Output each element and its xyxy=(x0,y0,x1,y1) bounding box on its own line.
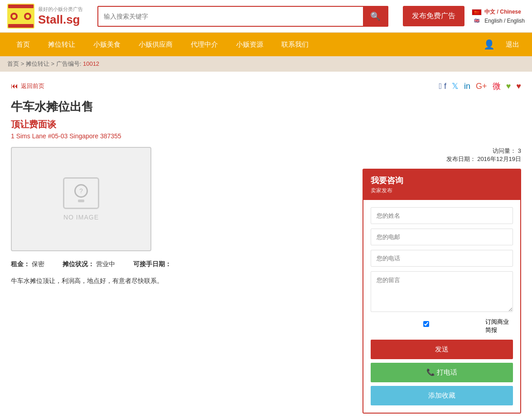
search-input[interactable] xyxy=(98,8,363,24)
message-input[interactable] xyxy=(371,271,513,312)
status-value: 营业中 xyxy=(96,260,115,268)
main-nav: 首页 摊位转让 小贩美食 小贩供应商 代理中介 小贩资源 联系我们 👤 退出 xyxy=(0,33,532,56)
search-area: 🔍 xyxy=(97,6,388,27)
rent-field: 租金： 保密 xyxy=(11,260,44,268)
back-link[interactable]: ⏮ 返回前页 xyxy=(11,82,44,90)
main-content: ⏮ 返回前页  f 𝕏 in G+ 微 ♥ ♥ 牛车水摊位出售 顶让费面谈 1… xyxy=(0,72,532,419)
phone-icon: 📞 xyxy=(426,368,437,376)
breadcrumb-ad-num: 10012 xyxy=(83,60,99,67)
email-input[interactable] xyxy=(371,229,513,245)
linkedin-icon[interactable]: in xyxy=(464,82,470,91)
breadcrumb: 首页 > 摊位转让 > 广告编号: 10012 xyxy=(0,56,532,72)
listing-description: 牛车水摊位顶让，利润高，地点好，有意者尽快联系。 xyxy=(11,276,353,286)
views-row: 访问量： 3 xyxy=(363,147,521,155)
svg-rect-1 xyxy=(8,5,34,8)
publish-row: 发布日期： 2016年12月19日 xyxy=(363,155,521,163)
listing-price: 顶让费面谈 xyxy=(11,118,521,131)
camera-frame: ? xyxy=(63,177,99,209)
inquiry-box: 我要咨询 卖家发布 订阅商业简报 发送 📞 打电话 xyxy=(363,169,521,414)
logo-icon xyxy=(7,4,34,29)
subscribe-row: 订阅商业简报 xyxy=(371,318,513,334)
language-selector: 🇨🇳 中文 / Chinese 🇬🇧 English / English xyxy=(472,8,525,24)
nav-stall-transfer[interactable]: 摊位转让 xyxy=(39,34,84,55)
svg-point-5 xyxy=(12,15,16,18)
rent-label: 租金： xyxy=(11,260,30,268)
inquiry-title: 我要咨询 xyxy=(371,175,513,186)
views-count: 3 xyxy=(518,147,521,154)
search-button[interactable]: 🔍 xyxy=(363,7,387,26)
no-image-label: NO IMAGE xyxy=(63,214,99,221)
side-stats: 访问量： 3 发布日期： 2016年12月19日 xyxy=(363,147,521,163)
nav-home[interactable]: 首页 xyxy=(7,34,39,55)
weibo-icon[interactable]: 微 xyxy=(493,81,501,92)
twitter-icon[interactable]: 𝕏 xyxy=(452,81,459,91)
nav-contact[interactable]: 联系我们 xyxy=(272,34,318,55)
meta-row: 租金： 保密 摊位状况： 营业中 可接手日期： xyxy=(11,260,353,268)
logo-tagline: 最好的小贩分类广告 xyxy=(38,6,83,13)
inquiry-subtitle: 卖家发布 xyxy=(371,187,513,195)
favorite-button[interactable]: 添加收藏 xyxy=(371,386,513,405)
logo-text: Stall.sg xyxy=(38,13,83,27)
logout-link[interactable]: 退出 xyxy=(500,34,525,55)
inquiry-header: 我要咨询 卖家发布 xyxy=(363,170,520,200)
breadcrumb-category[interactable]: 摊位转让 xyxy=(26,60,49,67)
breadcrumb-ad-label: 广告编号: xyxy=(56,60,82,67)
name-input[interactable] xyxy=(371,207,513,224)
nav-suppliers[interactable]: 小贩供应商 xyxy=(130,34,182,55)
publish-btn[interactable]: 发布免费广告 xyxy=(403,6,464,26)
camera-lens: ? xyxy=(74,184,88,198)
publish-label: 发布日期： xyxy=(446,156,476,162)
facebook-icon[interactable]:  f xyxy=(439,82,447,91)
svg-rect-2 xyxy=(8,24,34,28)
status-field: 摊位状况： 营业中 xyxy=(63,260,115,268)
handover-label: 可接手日期： xyxy=(133,260,171,268)
camera-top xyxy=(78,200,84,202)
left-column: ? NO IMAGE 租金： 保密 摊位状况： 营业中 可接手日期： xyxy=(11,147,353,414)
wechat-icon[interactable]: ♥ xyxy=(506,82,511,91)
user-profile-link[interactable]: 👤 xyxy=(478,33,500,56)
flag-en-icon: 🇬🇧 xyxy=(472,18,482,24)
views-label: 访问量： xyxy=(493,147,516,154)
site-header: 最好的小贩分类广告 Stall.sg 🔍 发布免费广告 🇨🇳 中文 / Chin… xyxy=(0,0,532,33)
nav-hawker-food[interactable]: 小贩美食 xyxy=(84,34,130,55)
listing-address: 1 Sims Lane #05-03 Singapore 387355 xyxy=(11,132,521,140)
top-bar: ⏮ 返回前页  f 𝕏 in G+ 微 ♥ ♥ xyxy=(11,81,521,92)
lang-chinese[interactable]: 🇨🇳 中文 / Chinese xyxy=(472,8,525,16)
rent-value: 保密 xyxy=(32,260,44,268)
listing-title: 牛车水摊位出售 xyxy=(11,99,521,115)
favorite-icon[interactable]: ♥ xyxy=(516,82,521,91)
main-layout: ? NO IMAGE 租金： 保密 摊位状况： 营业中 可接手日期： xyxy=(11,147,521,414)
handover-field: 可接手日期： xyxy=(133,260,171,268)
logo-area: 最好的小贩分类广告 Stall.sg xyxy=(7,4,83,29)
flag-cn-icon: 🇨🇳 xyxy=(472,9,482,15)
subscribe-label: 订阅商业简报 xyxy=(485,318,513,334)
listing-image: ? NO IMAGE xyxy=(11,147,151,251)
breadcrumb-home[interactable]: 首页 xyxy=(7,60,19,67)
social-icons:  f 𝕏 in G+ 微 ♥ ♥ xyxy=(439,81,521,92)
nav-right: 👤 退出 xyxy=(478,33,525,56)
nav-agent[interactable]: 代理中介 xyxy=(182,34,227,55)
googleplus-icon[interactable]: G+ xyxy=(476,82,487,91)
back-icon: ⏮ xyxy=(11,82,18,90)
send-button[interactable]: 发送 xyxy=(371,340,513,359)
svg-point-6 xyxy=(26,15,29,18)
inquiry-body: 订阅商业简报 发送 📞 打电话 添加收藏 xyxy=(363,200,520,413)
status-label: 摊位状况： xyxy=(63,260,94,268)
phone-input[interactable] xyxy=(371,250,513,267)
call-button[interactable]: 📞 打电话 xyxy=(371,363,513,382)
nav-resources[interactable]: 小贩资源 xyxy=(227,34,272,55)
publish-date: 2016年12月19日 xyxy=(477,156,521,162)
lang-english[interactable]: 🇬🇧 English / English xyxy=(472,18,525,24)
subscribe-checkbox[interactable] xyxy=(371,321,482,327)
right-column: 访问量： 3 发布日期： 2016年12月19日 我要咨询 卖家发布 xyxy=(363,147,521,414)
